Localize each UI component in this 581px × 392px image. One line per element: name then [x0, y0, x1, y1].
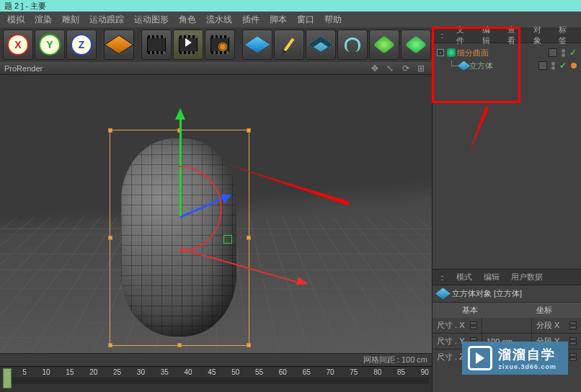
- axis-z-button[interactable]: Z: [66, 30, 97, 60]
- title-bar: 题 2 ] - 主要: [0, 0, 581, 12]
- viewport[interactable]: [0, 75, 432, 353]
- menu-sculpt[interactable]: 雕刻: [58, 12, 84, 27]
- attr-seg-x[interactable]: 分段 X: [532, 318, 581, 333]
- right-panel: ::: 文件 编辑 查看 对象 标签 - 细分曲面 ✓ 立方体 ✓: [432, 27, 581, 392]
- viewport-title: ProRender: [4, 64, 43, 73]
- expand-toggle[interactable]: -: [437, 49, 444, 56]
- render-settings-button[interactable]: [205, 30, 235, 60]
- attribute-tabs: ::: 模式 编辑 用户数据: [433, 270, 581, 285]
- attribute-title: 立方体对象 [立方体]: [433, 285, 581, 302]
- timeline-track[interactable]: [3, 377, 429, 384]
- spline-pen-button[interactable]: [274, 30, 304, 60]
- cube-blue-icon: [245, 37, 270, 53]
- attr-section-row: 基本 坐标: [433, 302, 581, 318]
- attr-tab-edit[interactable]: 编辑: [480, 270, 503, 284]
- orange-dot-icon[interactable]: [571, 63, 577, 68]
- deformer-bend-button[interactable]: [337, 30, 368, 60]
- menu-character[interactable]: 角色: [174, 12, 200, 27]
- attr-tab-userdata[interactable]: 用户数据: [507, 270, 546, 284]
- om-tab-hash[interactable]: :::: [437, 30, 448, 41]
- attr-tab-basic[interactable]: 基本: [433, 303, 507, 318]
- title-text: 题 2 ] - 主要: [4, 1, 46, 12]
- green-cluster-icon: [373, 35, 395, 53]
- generator-cube-button[interactable]: [306, 30, 336, 60]
- tree-tags-subdiv: ✓: [549, 48, 577, 58]
- film-icon: [147, 37, 166, 52]
- attr-tab-hash[interactable]: :::: [437, 272, 448, 283]
- gizmo-y-arrow-icon: [175, 108, 185, 120]
- render-picture-button[interactable]: [173, 30, 203, 60]
- watermark: 溜溜自学 zixue.3d66.com: [462, 342, 568, 375]
- viewport-footer: 网格间距 : 100 cm: [0, 353, 432, 366]
- tree-label-cube[interactable]: 立方体: [469, 61, 493, 71]
- menu-plugin[interactable]: 插件: [238, 12, 264, 27]
- green-cluster2-icon: [404, 35, 427, 53]
- attr-title-text: 立方体对象 [立方体]: [452, 288, 522, 299]
- attr-size-x[interactable]: 尺寸 . X: [433, 318, 482, 333]
- enable-check-icon[interactable]: ✓: [559, 61, 567, 71]
- annotation-arrow-2: [466, 107, 489, 155]
- object-manager-tabs: ::: 文件 编辑 查看 对象 标签: [433, 27, 581, 43]
- primitive-cube-button[interactable]: [242, 30, 272, 60]
- watermark-sub: zixue.3d66.com: [498, 363, 556, 370]
- menu-window[interactable]: 窗口: [293, 12, 319, 27]
- attr-spacer: [482, 318, 531, 333]
- tag-box[interactable]: [538, 61, 547, 70]
- timeline[interactable]: 0510 152025 303540 455055 606570 758085 …: [0, 366, 432, 392]
- watermark-play-icon: [468, 346, 492, 370]
- tag-box[interactable]: [549, 48, 557, 57]
- axis-x-icon: X: [7, 34, 29, 55]
- menu-pipeline[interactable]: 流水线: [202, 12, 236, 27]
- scene-cube-button[interactable]: [104, 30, 134, 60]
- tree-row-subdiv[interactable]: - 细分曲面 ✓: [434, 46, 580, 59]
- menu-script[interactable]: 脚本: [265, 12, 291, 27]
- cube-prim-icon: [458, 61, 471, 70]
- attr-tab-mode[interactable]: 模式: [453, 270, 476, 284]
- axis-x-button[interactable]: X: [3, 30, 33, 60]
- green-gen1-button[interactable]: [369, 30, 399, 60]
- timeline-ticks: 0510 152025 303540 455055 606570 758085 …: [3, 368, 429, 375]
- tree-row-cube[interactable]: 立方体 ✓: [434, 59, 580, 72]
- menu-mograph[interactable]: 运动图形: [130, 12, 173, 27]
- bend-icon: [345, 37, 360, 52]
- enable-check-icon[interactable]: ✓: [569, 48, 577, 58]
- axis-y-icon: Y: [39, 34, 61, 55]
- attr-tab-coord[interactable]: 坐标: [507, 303, 581, 318]
- tree-label-subdiv[interactable]: 细分曲面: [457, 48, 489, 58]
- watermark-main: 溜溜自学: [498, 347, 556, 362]
- menu-render[interactable]: 渲染: [30, 12, 56, 27]
- film-play-icon: [179, 37, 198, 52]
- gizmo-plane-xz[interactable]: [223, 235, 232, 244]
- object-tree[interactable]: - 细分曲面 ✓ 立方体 ✓: [433, 43, 581, 270]
- workspace: ProRender ✥ ⤡ ⟳ ⊞: [0, 62, 432, 366]
- cube-segmented-icon: [309, 37, 333, 53]
- cube-icon: [435, 288, 451, 300]
- grid-spacing-label: 网格间距 : 100 cm: [363, 355, 427, 365]
- green-gen2-button[interactable]: [401, 30, 431, 60]
- menu-help[interactable]: 帮助: [320, 12, 346, 27]
- timeline-cursor[interactable]: [3, 368, 12, 388]
- viewport-nav-icons[interactable]: ✥ ⤡ ⟳ ⊞: [371, 63, 427, 74]
- menu-motiontrack[interactable]: 运动跟踪: [85, 12, 128, 27]
- tree-tags-cube: ✓: [538, 61, 577, 71]
- axis-z-icon: Z: [71, 34, 92, 55]
- subdiv-icon: [447, 48, 456, 57]
- menu-simulate[interactable]: 模拟: [3, 12, 29, 27]
- viewport-header: ProRender ✥ ⤡ ⟳ ⊞: [0, 62, 432, 75]
- orange-cube-icon: [104, 35, 133, 55]
- axis-y-button[interactable]: Y: [35, 30, 65, 60]
- film-gear-icon: [210, 37, 229, 52]
- render-view-button[interactable]: [141, 30, 172, 60]
- pen-icon: [284, 38, 295, 52]
